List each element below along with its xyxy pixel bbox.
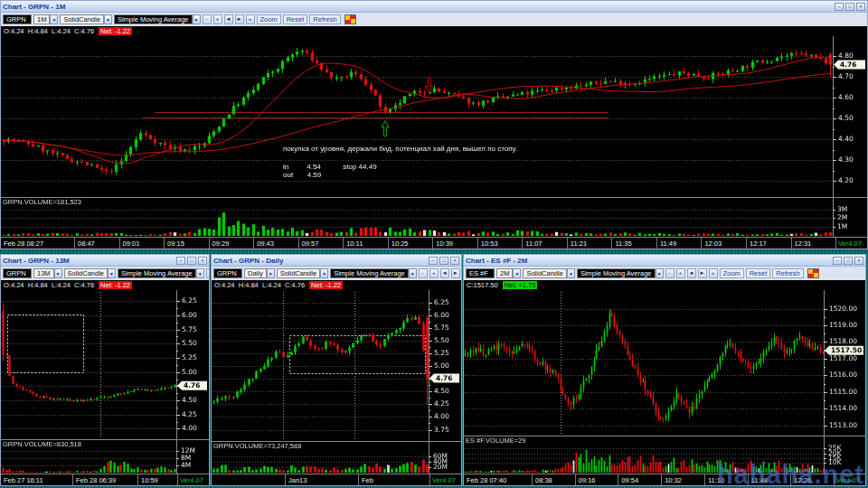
time-axis-label: 09:15 <box>165 238 210 249</box>
time-axis-label: Feb 28 06:39 <box>73 474 138 485</box>
chevron-down-icon[interactable]: ▼ <box>104 14 112 24</box>
chevron-down-icon[interactable]: ▼ <box>50 14 58 24</box>
time-axis-label: 11:21 <box>568 238 613 249</box>
nav-button[interactable]: ◄ <box>687 268 696 278</box>
minimize-button[interactable]: – <box>429 257 438 265</box>
time-axis-label: 11:49 <box>657 238 703 249</box>
toolbar-link-button[interactable]: Reset <box>283 14 308 24</box>
chevron-down-icon[interactable]: ▼ <box>567 268 575 278</box>
chevron-down-icon[interactable]: ▼ <box>196 268 204 278</box>
symbol-input[interactable]: ES #F <box>466 268 495 278</box>
maximize-button[interactable]: □ <box>187 257 196 265</box>
window-titlebar[interactable]: Chart - GRPN - 13M –□× <box>1 255 209 267</box>
study-combo[interactable]: Simple Moving Average▼ <box>118 268 204 278</box>
toolbar-link-button[interactable]: Refresh <box>772 268 803 278</box>
window-titlebar[interactable]: Chart - ES #F - 2M –□× <box>464 255 865 267</box>
chevron-down-icon[interactable]: ▼ <box>108 268 116 278</box>
toolbar-link-button[interactable]: Refresh <box>309 14 340 24</box>
chart-window-grpn-1m: Chart - GRPN - 1M –□× GRPN 1M▼ SolidCand… <box>0 0 868 249</box>
close-button[interactable]: × <box>450 257 459 265</box>
nav-button[interactable]: ► <box>698 268 707 278</box>
maximize-button[interactable]: □ <box>845 3 854 11</box>
ohlc-statusbar: O:4.24 H:4.84 L:4.24 C:4.76 Net: -1.22 <box>1 26 867 36</box>
maximize-button[interactable]: □ <box>844 257 853 265</box>
trading-app-desktop: { "chrome": {"minimize":"–","maximize":"… <box>0 0 868 488</box>
nav-button[interactable]: » <box>246 14 255 24</box>
chevron-down-icon[interactable]: ▼ <box>54 268 62 278</box>
ohlc-readout: O:4.24 H:4.84 L:4.24 C:4.76 <box>4 27 94 35</box>
platform-version-label: Ver4.07 <box>836 238 867 249</box>
time-axis-label: 10:32 <box>662 474 705 485</box>
window-controls: –□× <box>176 257 207 265</box>
toolbar-link-button[interactable]: Reset <box>746 268 771 278</box>
platform-version-label: Ver4.07 <box>430 474 461 485</box>
window-controls: –□× <box>429 257 459 265</box>
style-combo[interactable]: SolidCandle▼ <box>523 268 574 278</box>
period-combo[interactable]: 2M▼ <box>496 268 521 278</box>
chart-canvas[interactable] <box>1 290 209 474</box>
nav-button[interactable]: - <box>419 268 428 278</box>
nav-buttons: -+◄►» <box>419 268 461 278</box>
chevron-down-icon[interactable]: ▼ <box>409 268 417 278</box>
symbol-input[interactable]: GRPN <box>213 268 242 278</box>
close-button[interactable]: × <box>854 257 863 265</box>
minimize-button[interactable]: – <box>835 3 844 11</box>
chart-canvas[interactable] <box>464 290 865 474</box>
toolbar-link-button[interactable]: Zoom <box>720 268 744 278</box>
minimize-button[interactable]: – <box>176 257 185 265</box>
chevron-down-icon[interactable]: ▼ <box>193 14 201 24</box>
close-button[interactable]: × <box>856 3 865 11</box>
minimize-button[interactable]: – <box>833 257 842 265</box>
chart-link-icon[interactable] <box>344 14 356 24</box>
toolbar-link-button[interactable]: Zoom <box>257 14 281 24</box>
time-axis-label: 10:59 <box>138 474 178 485</box>
maximize-button[interactable]: □ <box>439 257 448 265</box>
close-button[interactable]: × <box>198 257 207 265</box>
study-combo[interactable]: Simple Moving Average▼ <box>577 268 664 278</box>
chart-toolbar: GRPN 13M▼ SolidCandle▼ Simple Moving Ave… <box>1 267 209 280</box>
chevron-down-icon[interactable]: ▼ <box>320 268 328 278</box>
nav-button[interactable]: + <box>213 14 222 24</box>
nav-button[interactable]: - <box>206 268 209 278</box>
style-combo[interactable]: SolidCandle▼ <box>277 268 328 278</box>
nav-buttons: -+◄►» <box>203 14 255 24</box>
symbol-input[interactable]: GRPN <box>3 14 32 24</box>
period-combo[interactable]: Daily▼ <box>244 268 275 278</box>
period-combo[interactable]: 13M▼ <box>33 268 62 278</box>
window-title: Chart - GRPN - 13M <box>3 257 70 265</box>
net-change-badge: Net: -1.22 <box>309 281 343 289</box>
nav-button[interactable]: ► <box>235 14 244 24</box>
chevron-down-icon[interactable]: ▼ <box>513 268 521 278</box>
symbol-input[interactable]: GRPN <box>3 268 32 278</box>
chart-canvas[interactable] <box>212 290 461 474</box>
platform-version-label: Ver4.07 <box>178 474 209 485</box>
nav-button[interactable]: » <box>709 268 718 278</box>
chart-toolbar: ES #F 2M▼ SolidCandle▼ Simple Moving Ave… <box>464 267 865 280</box>
time-axis-label: 11:35 <box>612 238 657 249</box>
nav-button[interactable]: + <box>676 268 685 278</box>
period-combo[interactable]: 1M▼ <box>33 14 58 24</box>
study-combo[interactable]: Simple Moving Average▼ <box>330 268 417 278</box>
window-titlebar[interactable]: Chart - GRPN - Daily –□× <box>212 255 461 267</box>
time-axis-label: 09:16 <box>576 474 619 485</box>
nav-button[interactable]: ◄ <box>440 268 449 278</box>
chevron-down-icon[interactable]: ▼ <box>267 268 275 278</box>
window-titlebar[interactable]: Chart - GRPN - 1M –□× <box>1 1 867 13</box>
chart-toolbar: GRPN Daily▼ SolidCandle▼ Simple Moving A… <box>212 267 461 280</box>
time-axis-label: 10:39 <box>433 238 478 249</box>
chart-canvas[interactable] <box>1 36 867 237</box>
time-axis-label: 12:17 <box>747 238 792 249</box>
nav-button[interactable]: - <box>203 14 212 24</box>
time-axis-label: 12:26 <box>791 474 835 485</box>
study-combo[interactable]: Simple Moving Average▼ <box>114 14 201 24</box>
nav-button[interactable]: ◄ <box>224 14 233 24</box>
chart-link-icon[interactable] <box>807 268 819 278</box>
nav-button[interactable]: + <box>429 268 439 278</box>
style-combo[interactable]: SolidCandle▼ <box>60 14 111 24</box>
style-combo[interactable]: SolidCandle▼ <box>64 268 116 278</box>
time-axis-label: Jan13 <box>286 474 359 485</box>
chevron-down-icon[interactable]: ▼ <box>656 268 664 278</box>
nav-button[interactable]: ► <box>451 268 460 278</box>
chart-plot-area: GRPN.VOLUME=830,518 <box>1 290 209 474</box>
nav-button[interactable]: - <box>665 268 675 278</box>
